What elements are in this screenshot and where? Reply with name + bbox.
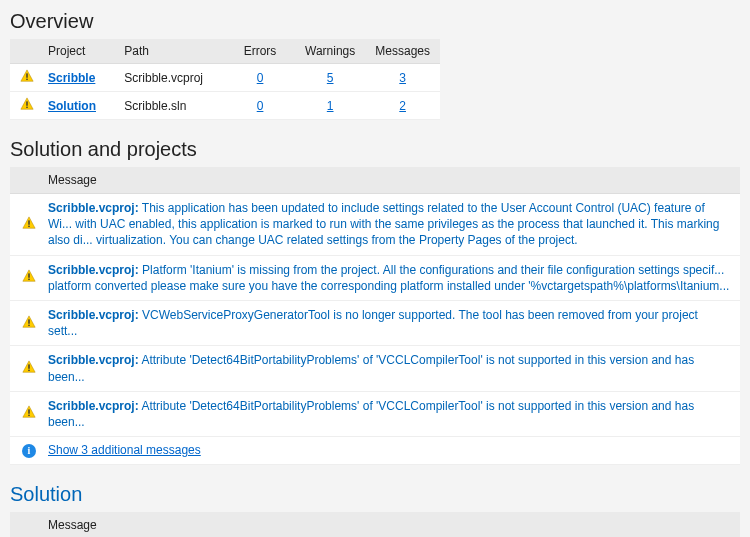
path-cell: Scribble.sln — [114, 92, 225, 120]
svg-rect-17 — [28, 370, 29, 371]
message-body: VCWebServiceProxyGeneratorTool is no lon… — [48, 308, 698, 338]
message-body: Platform 'Itanium' is missing from the p… — [48, 263, 729, 293]
message-prefix: Scribble.vcproj: — [48, 308, 139, 322]
warning-icon — [22, 360, 36, 374]
solution-projects-table: Message Scribble.vcproj: This applicatio… — [10, 167, 740, 465]
svg-rect-7 — [28, 220, 29, 224]
project-link[interactable]: Solution — [48, 99, 96, 113]
path-cell: Scribble.vcproj — [114, 64, 225, 92]
solution-heading: Solution — [10, 483, 740, 506]
svg-rect-5 — [26, 107, 27, 108]
col-errors: Errors — [225, 39, 295, 64]
table-row: SolutionScribble.sln012 — [10, 92, 440, 120]
svg-rect-13 — [28, 319, 29, 323]
message-body: This application has been updated to inc… — [48, 201, 719, 247]
col-messages: Messages — [365, 39, 440, 64]
warning-icon — [20, 97, 34, 111]
warning-icon — [20, 69, 34, 83]
svg-rect-11 — [28, 279, 29, 280]
table-row: Scribble.vcproj: VCWebServiceProxyGenera… — [10, 300, 740, 345]
table-row: ScribbleScribble.vcproj053 — [10, 64, 440, 92]
warnings-link[interactable]: 1 — [327, 99, 334, 113]
message-cell: Scribble.vcproj: Platform 'Itanium' is m… — [38, 255, 740, 300]
warnings-link[interactable]: 5 — [327, 71, 334, 85]
svg-rect-10 — [28, 274, 29, 278]
table-row: Scribble.vcproj: Attribute 'Detect64BitP… — [10, 346, 740, 391]
message-prefix: Scribble.vcproj: — [48, 353, 139, 367]
errors-link[interactable]: 0 — [257, 99, 264, 113]
overview-heading: Overview — [10, 10, 740, 33]
table-row: Scribble.vcproj: Attribute 'Detect64BitP… — [10, 391, 740, 436]
col-message: Message — [38, 167, 740, 194]
svg-rect-1 — [26, 73, 27, 77]
col-project: Project — [38, 39, 114, 64]
message-cell: Scribble.vcproj: This application has be… — [38, 194, 740, 256]
table-row: Scribble.vcproj: Platform 'Itanium' is m… — [10, 255, 740, 300]
solution-projects-heading: Solution and projects — [10, 138, 740, 161]
message-prefix: Scribble.vcproj: — [48, 263, 139, 277]
table-row: iShow 3 additional messages — [10, 437, 740, 465]
errors-link[interactable]: 0 — [257, 71, 264, 85]
message-cell: Scribble.vcproj: Attribute 'Detect64BitP… — [38, 346, 740, 391]
message-body: Attribute 'Detect64BitPortabilityProblem… — [48, 399, 694, 429]
message-cell: Scribble.vcproj: Attribute 'Detect64BitP… — [38, 391, 740, 436]
svg-rect-2 — [26, 79, 27, 80]
warning-icon — [22, 405, 36, 419]
col-warnings: Warnings — [295, 39, 365, 64]
svg-rect-8 — [28, 225, 29, 226]
warning-icon — [22, 315, 36, 329]
message-prefix: Scribble.vcproj: — [48, 201, 139, 215]
messages-link[interactable]: 3 — [399, 71, 406, 85]
table-row: Scribble.vcproj: This application has be… — [10, 194, 740, 256]
solution-table: Message Scribble.sln: Visual Studio need… — [10, 512, 740, 537]
warning-icon — [22, 269, 36, 283]
svg-rect-19 — [28, 410, 29, 414]
svg-rect-16 — [28, 364, 29, 368]
warning-icon — [22, 216, 36, 230]
message-prefix: Scribble.vcproj: — [48, 399, 139, 413]
project-link[interactable]: Scribble — [48, 71, 95, 85]
col-path: Path — [114, 39, 225, 64]
show-more-link[interactable]: Show 3 additional messages — [48, 443, 201, 457]
svg-rect-14 — [28, 324, 29, 325]
messages-link[interactable]: 2 — [399, 99, 406, 113]
message-cell: Scribble.vcproj: VCWebServiceProxyGenera… — [38, 300, 740, 345]
col-message: Message — [38, 512, 740, 537]
message-body: Attribute 'Detect64BitPortabilityProblem… — [48, 353, 694, 383]
info-icon: i — [22, 444, 36, 458]
svg-rect-4 — [26, 101, 27, 105]
svg-rect-20 — [28, 415, 29, 416]
overview-table: Project Path Errors Warnings Messages Sc… — [10, 39, 440, 120]
